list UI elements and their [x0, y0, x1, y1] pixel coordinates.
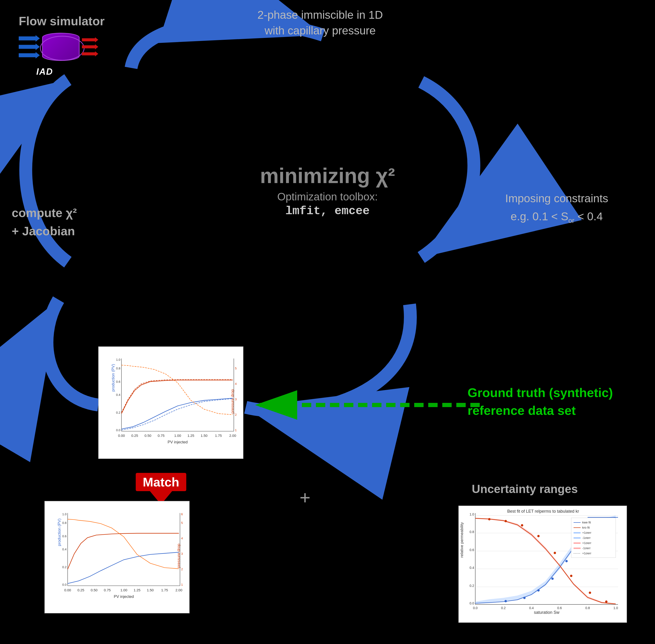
- svg-text:1: 1: [181, 583, 183, 586]
- svg-text:2: 2: [235, 413, 237, 416]
- svg-text:production (PV): production (PV): [111, 364, 115, 392]
- svg-text:0.2: 0.2: [62, 565, 67, 569]
- svg-text:1.00: 1.00: [174, 434, 181, 438]
- svg-text:1.50: 1.50: [147, 588, 154, 592]
- minimizing-label: minimizing χ²: [260, 164, 395, 187]
- svg-text:2.00: 2.00: [229, 434, 236, 438]
- svg-point-98: [589, 592, 591, 594]
- svg-text:1.00: 1.00: [120, 588, 127, 592]
- constraints-text: Imposing constraints e.g. 0.1 < Sor < 0.…: [505, 190, 608, 226]
- svg-text:0.4: 0.4: [470, 566, 474, 570]
- svg-text:0.8: 0.8: [470, 530, 474, 534]
- svg-point-85: [537, 589, 540, 592]
- arrow-blue-2: [19, 44, 40, 50]
- svg-text:kwe fit: kwe fit: [582, 521, 591, 524]
- svg-text:0.50: 0.50: [144, 434, 151, 438]
- svg-point-94: [521, 524, 523, 527]
- svg-text:2.00: 2.00: [176, 588, 182, 592]
- minimizing-title: minimizing χ²: [0, 164, 655, 188]
- constraints-line2: e.g. 0.1 < S: [511, 210, 568, 223]
- reference-production-plot: production (PV) pressure drop 0.00 0.25 …: [98, 346, 243, 459]
- svg-text:1.25: 1.25: [187, 434, 194, 438]
- svg-text:0.6: 0.6: [116, 380, 120, 384]
- svg-text:0.00: 0.00: [118, 434, 125, 438]
- arrow-red-3: [82, 51, 98, 56]
- red-arrows-right: [82, 37, 98, 56]
- svg-point-83: [505, 600, 507, 602]
- svg-text:0.6: 0.6: [557, 606, 562, 610]
- svg-text:0.8: 0.8: [62, 521, 67, 525]
- svg-text:0.4: 0.4: [529, 606, 534, 610]
- match-label: Match: [136, 473, 186, 491]
- svg-text:+1σerr: +1σerr: [582, 552, 591, 555]
- svg-text:1.50: 1.50: [201, 434, 207, 438]
- svg-text:pressure drop: pressure drop: [177, 544, 181, 568]
- svg-point-93: [505, 520, 507, 522]
- svg-text:4: 4: [235, 382, 237, 386]
- svg-text:5: 5: [181, 521, 183, 525]
- plus-sign: +: [300, 487, 310, 508]
- svg-text:0.25: 0.25: [77, 588, 84, 592]
- svg-text:production (PV): production (PV): [57, 519, 62, 546]
- svg-text:0.50: 0.50: [91, 588, 97, 592]
- svg-text:0.00: 0.00: [64, 588, 71, 592]
- svg-text:1: 1: [235, 429, 237, 432]
- svg-text:1.0: 1.0: [62, 512, 67, 516]
- iad-logo: IAD: [36, 67, 53, 77]
- svg-text:0.75: 0.75: [104, 588, 111, 592]
- svg-text:1.25: 1.25: [134, 588, 140, 592]
- svg-text:kro fit: kro fit: [582, 526, 590, 529]
- svg-text:3: 3: [181, 552, 183, 555]
- svg-text:1.0: 1.0: [613, 606, 618, 610]
- svg-text:+1σerr: +1σerr: [582, 541, 591, 545]
- arrow-red-1: [82, 37, 98, 42]
- svg-text:0.25: 0.25: [131, 434, 138, 438]
- svg-text:0.2: 0.2: [470, 584, 474, 588]
- compute-chi2-text: compute χ² + Jacobian: [12, 204, 77, 240]
- svg-text:0.6: 0.6: [470, 548, 474, 552]
- flow-simulator-label: Flow simulator: [19, 14, 104, 28]
- constraints-sub: or: [568, 216, 575, 224]
- svg-point-86: [551, 577, 554, 580]
- uncertainty-plot: Best fit of LET relperms to tabulated kr…: [459, 506, 627, 623]
- svg-text:0.2: 0.2: [116, 411, 120, 414]
- svg-text:1.75: 1.75: [161, 588, 168, 592]
- svg-text:0.0: 0.0: [473, 606, 477, 610]
- svg-text:5: 5: [235, 367, 237, 370]
- flow-simulator-illustration: [19, 33, 98, 61]
- arrow-blue-3: [19, 52, 40, 59]
- arrow-blue-1: [19, 35, 40, 42]
- svg-point-97: [570, 575, 572, 577]
- top-right-description: 2-phase immiscible in 1D with capillary …: [257, 7, 383, 39]
- svg-point-92: [488, 518, 491, 521]
- svg-text:relative permeability: relative permeability: [460, 522, 464, 558]
- svg-point-95: [537, 535, 540, 537]
- constraints-line2b: < 0.4: [574, 210, 603, 223]
- svg-text:-1σerr: -1σerr: [582, 546, 591, 550]
- svg-text:0.8: 0.8: [116, 367, 120, 370]
- svg-text:0.75: 0.75: [158, 434, 164, 438]
- matched-production-plot: production (PV) pressure drop 0.00 0.25 …: [44, 501, 190, 613]
- svg-text:0.4: 0.4: [62, 548, 67, 551]
- cylinder: [42, 33, 79, 61]
- svg-text:1.0: 1.0: [116, 358, 120, 362]
- uncertainty-ranges-text: Uncertainty ranges: [472, 482, 578, 496]
- svg-point-96: [554, 552, 556, 554]
- svg-text:6: 6: [181, 512, 183, 516]
- svg-text:PV injected: PV injected: [114, 594, 134, 599]
- svg-text:1.75: 1.75: [215, 434, 222, 438]
- svg-text:4: 4: [181, 536, 183, 540]
- svg-text:0.0: 0.0: [470, 601, 474, 605]
- svg-text:0.4: 0.4: [116, 393, 120, 396]
- svg-text:0.8: 0.8: [585, 606, 590, 610]
- svg-text:saturation Sw: saturation Sw: [534, 610, 560, 615]
- svg-text:0.2: 0.2: [501, 606, 506, 610]
- ground-truth-text: Ground truth (synthetic) reference data …: [468, 384, 613, 419]
- blue-arrows-left: [19, 35, 40, 59]
- svg-point-84: [523, 597, 525, 599]
- svg-text:0.0: 0.0: [62, 583, 67, 586]
- svg-text:1.0: 1.0: [470, 512, 474, 516]
- svg-point-87: [565, 560, 568, 562]
- svg-text:0.6: 0.6: [62, 534, 67, 538]
- svg-text:2: 2: [181, 568, 183, 571]
